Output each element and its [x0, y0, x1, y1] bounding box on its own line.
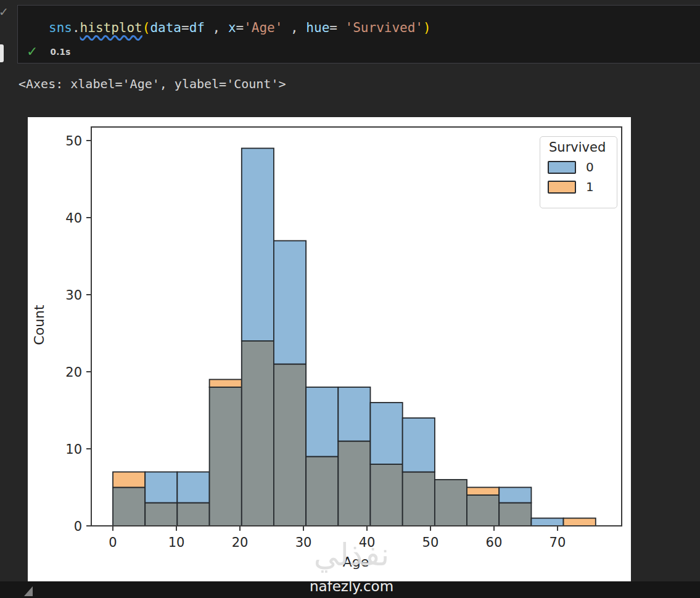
- cell-output-text: <Axes: xlabel='Age', ylabel='Count'>: [19, 76, 286, 91]
- histogram-bar: [177, 503, 209, 526]
- y-axis-label: Count: [31, 305, 47, 345]
- histogram-bar: [467, 488, 499, 496]
- legend-entry: 1: [548, 179, 617, 194]
- histogram-bar: [531, 518, 563, 526]
- notebook-code-cell[interactable]: sns.histplot(data=df , x='Age' , hue= 'S…: [17, 5, 700, 63]
- code-token: histplot: [80, 20, 142, 35]
- code-token: x: [228, 20, 236, 35]
- histogram-bar: [499, 503, 531, 526]
- notebook-screen: ✓ sns.histplot(data=df , x='Age' , hue= …: [0, 0, 700, 598]
- histogram-bar: [210, 380, 242, 388]
- matplotlib-figure: 01020304050607001020304050 Count Age Sur…: [28, 117, 631, 581]
- histogram-bar: [370, 464, 402, 526]
- chart-legend: Survived 01: [540, 136, 617, 208]
- legend-entries: 01: [548, 160, 617, 194]
- code-token: =: [236, 20, 244, 35]
- y-tick-label: 50: [65, 134, 82, 149]
- histogram-bar: [145, 503, 177, 526]
- y-tick-label: 20: [65, 365, 82, 380]
- x-tick-label: 60: [486, 535, 503, 550]
- legend-entry-label: 1: [586, 179, 594, 194]
- cell-exec-status: ✓ 0.1s: [27, 44, 71, 59]
- histogram-bar: [435, 480, 467, 526]
- x-tick-label: 10: [168, 535, 185, 550]
- cell-focus-indicator[interactable]: [0, 44, 4, 62]
- code-token: ): [423, 20, 431, 35]
- code-token: ,: [282, 20, 306, 35]
- code-token: 'Survived': [345, 20, 423, 35]
- code-token: (: [142, 20, 150, 35]
- code-token: sns: [49, 20, 72, 35]
- histogram-bar: [370, 403, 402, 464]
- histogram-bar: [145, 472, 177, 503]
- code-line[interactable]: sns.histplot(data=df , x='Age' , hue= 'S…: [49, 20, 431, 36]
- x-tick-label: 50: [422, 535, 439, 550]
- histogram-bar: [306, 387, 338, 457]
- cell-gutter-check-icon: ✓: [0, 5, 9, 18]
- legend-swatch: [548, 181, 576, 194]
- histogram-bar: [242, 341, 274, 526]
- histogram-bar: [242, 149, 274, 342]
- histogram-bar: [274, 364, 306, 526]
- code-token: ,: [205, 20, 228, 35]
- histogram-bar: [177, 472, 209, 503]
- x-tick-label: 20: [232, 535, 249, 550]
- histogram-bar: [403, 472, 435, 526]
- watermark-site-url: nafezly.com: [289, 578, 414, 594]
- histogram-bar: [210, 387, 242, 526]
- code-token: hue: [306, 20, 329, 35]
- code-token: data: [150, 20, 181, 35]
- histogram-bar: [338, 387, 370, 441]
- code-token: 'Age': [244, 20, 282, 35]
- exec-time-label: 0.1s: [50, 47, 70, 57]
- y-tick-label: 30: [65, 288, 82, 303]
- code-token: df: [189, 20, 205, 35]
- legend-entry: 0: [548, 160, 617, 174]
- x-tick-label: 0: [109, 535, 117, 550]
- histogram-bar: [467, 495, 499, 526]
- y-tick-label: 0: [74, 519, 82, 534]
- histogram-bar: [306, 457, 338, 526]
- histogram-bar: [113, 488, 145, 526]
- legend-swatch: [548, 161, 576, 174]
- histogram-bar: [564, 518, 596, 526]
- histogram-bar: [274, 241, 306, 364]
- histogram-bar: [403, 418, 435, 472]
- histogram-bar: [499, 488, 531, 503]
- x-tick-label: 70: [550, 535, 566, 550]
- histogram-bar: [338, 441, 370, 526]
- code-token: .: [72, 20, 80, 35]
- y-tick-label: 40: [65, 211, 82, 226]
- histogram-bar: [113, 472, 145, 488]
- watermark-arabic-logo: نفذلي: [295, 535, 408, 575]
- code-token: =: [181, 20, 189, 35]
- code-token: =: [329, 20, 345, 35]
- y-tick-label: 10: [65, 442, 82, 457]
- legend-entry-label: 0: [586, 160, 594, 174]
- legend-title: Survived: [548, 140, 617, 155]
- exec-success-icon: ✓: [27, 44, 38, 59]
